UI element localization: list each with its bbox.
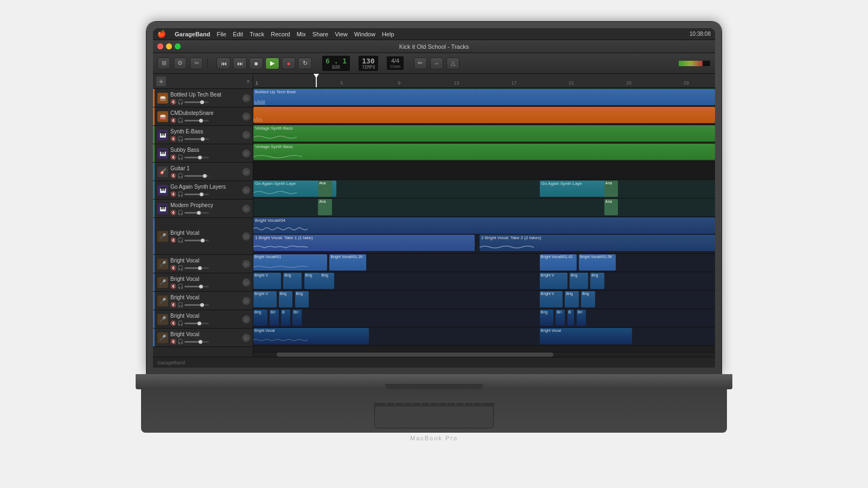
- vocal-sub-clip-7[interactable]: Brig: [590, 273, 604, 289]
- volume-slider[interactable]: [184, 341, 209, 343]
- track-output-btn[interactable]: ▷: [242, 94, 251, 102]
- solo-btn[interactable]: 🎧: [177, 265, 183, 271]
- vocal-clip-e[interactable]: Brig: [565, 291, 579, 307]
- settings-btn[interactable]: ⚙: [174, 57, 187, 69]
- add-track-btn[interactable]: +: [156, 76, 166, 86]
- volume-slider[interactable]: [184, 194, 209, 195]
- solo-btn[interactable]: 🎧: [177, 191, 183, 197]
- mute-btn[interactable]: 🔇: [170, 284, 176, 289]
- vocal-sub-clip-5[interactable]: Bright V: [540, 273, 567, 289]
- vocal0142-clip[interactable]: Bright Vocal#01.42: [540, 254, 577, 271]
- solo-btn[interactable]: 🎧: [177, 302, 183, 307]
- volume-slider[interactable]: [184, 120, 209, 121]
- volume-slider[interactable]: [184, 304, 209, 306]
- solo-btn[interactable]: 🎧: [177, 284, 183, 289]
- vocal-clip-f[interactable]: Brig: [581, 291, 595, 307]
- vocal-frag-5[interactable]: Brig: [540, 310, 554, 326]
- menu-window[interactable]: Window: [354, 31, 375, 37]
- volume-slider[interactable]: [184, 323, 209, 324]
- scrollbar-thumb[interactable]: [277, 352, 554, 357]
- menu-garageband[interactable]: GarageBand: [175, 31, 210, 37]
- volume-slider[interactable]: [184, 267, 209, 269]
- menu-mix[interactable]: Mix: [297, 31, 306, 37]
- vocal-sub-clip-6[interactable]: Brig: [570, 273, 588, 289]
- record-btn[interactable]: ●: [282, 57, 296, 69]
- menu-track[interactable]: Track: [250, 31, 264, 37]
- track-output-btn[interactable]: ▷: [242, 204, 251, 213]
- tempo-display[interactable]: 130 TEMPO: [358, 55, 379, 72]
- vocal-clip-d[interactable]: Bright V: [540, 291, 563, 307]
- analog-clip-2[interactable]: Ana: [604, 181, 618, 197]
- track-output-btn[interactable]: ▷: [242, 232, 251, 241]
- vocal-clip-b[interactable]: Brig: [279, 291, 293, 307]
- vocal0158-clip[interactable]: Bright Vocal#01.58: [579, 254, 616, 271]
- volume-slider[interactable]: [184, 240, 209, 241]
- vocal-frag-6[interactable]: Bri: [556, 310, 565, 326]
- bright-vocal-main-clip[interactable]: Bright Vocal#04: [253, 217, 715, 234]
- analog-clip-1[interactable]: Ana: [318, 181, 332, 197]
- vocal-lane13-clip-2[interactable]: Bright Vocal: [540, 328, 632, 344]
- cycle-btn[interactable]: ↻: [298, 57, 312, 69]
- vocal-frag-1[interactable]: Brig: [253, 310, 267, 326]
- mute-btn[interactable]: 🔇: [170, 210, 176, 215]
- rewind-btn[interactable]: ⏮: [216, 57, 231, 69]
- menu-share[interactable]: Share: [312, 31, 328, 37]
- vocal-sub-clip-4[interactable]: Brig: [320, 273, 334, 289]
- snap-btn[interactable]: △: [446, 57, 459, 69]
- lanes-canvas[interactable]: Bottled Up Tech Beat: [253, 88, 715, 351]
- volume-slider[interactable]: [184, 157, 209, 158]
- track-output-btn[interactable]: ▷: [242, 297, 251, 305]
- take-2-clip[interactable]: 2 Bright Vocal: Take 2 (2 takes): [480, 235, 715, 251]
- timeline-ruler[interactable]: 1 5 9 13 17 21 25 29: [253, 74, 715, 88]
- scissors-btn[interactable]: ✂: [190, 57, 203, 69]
- menu-view[interactable]: View: [335, 31, 348, 37]
- track-output-btn[interactable]: ▷: [242, 186, 251, 195]
- pencil-btn[interactable]: ✏: [414, 57, 427, 69]
- synth-layer-clip-2[interactable]: Go Again Synth Laye: [540, 181, 614, 197]
- mute-btn[interactable]: 🔇: [170, 302, 176, 307]
- volume-slider[interactable]: [184, 175, 209, 177]
- menu-file[interactable]: File: [216, 31, 226, 37]
- vocal-frag-7[interactable]: B: [567, 310, 575, 326]
- track-output-btn[interactable]: ▷: [242, 168, 251, 176]
- mute-btn[interactable]: 🔇: [170, 265, 176, 271]
- vocal-clip-a[interactable]: Bright V: [253, 291, 277, 307]
- mute-btn[interactable]: 🔇: [170, 136, 176, 142]
- track-output-btn[interactable]: ▷: [242, 315, 251, 324]
- solo-btn[interactable]: 🎧: [177, 118, 183, 123]
- track-output-btn[interactable]: ▷: [242, 149, 251, 158]
- h-scrollbar[interactable]: [253, 352, 715, 357]
- track-output-btn[interactable]: ▷: [242, 278, 251, 287]
- mute-btn[interactable]: 🔇: [170, 237, 176, 243]
- snare-clip-full[interactable]: [253, 107, 715, 123]
- solo-btn[interactable]: 🎧: [177, 173, 183, 178]
- minimize-button[interactable]: [166, 43, 172, 49]
- zoom-btn[interactable]: ↔: [430, 57, 443, 69]
- play-btn[interactable]: ▶: [265, 57, 279, 69]
- volume-slider[interactable]: [184, 286, 209, 287]
- bottled-up-clip-full[interactable]: Bottled Up Tech Beat: [253, 89, 715, 105]
- synth-bass-clip[interactable]: Vintage Synth Bass: [253, 125, 715, 142]
- track-output-btn[interactable]: ▷: [242, 260, 251, 268]
- vocal-clip-c[interactable]: Brig: [295, 291, 309, 307]
- solo-btn[interactable]: 🎧: [177, 155, 183, 160]
- mute-btn[interactable]: 🔇: [170, 339, 176, 344]
- solo-btn[interactable]: 🎧: [177, 237, 183, 243]
- vocal-sub-clip-3[interactable]: Brig: [304, 273, 321, 289]
- track-output-btn[interactable]: ▷: [242, 131, 251, 139]
- mute-btn[interactable]: 🔇: [170, 320, 176, 326]
- vocal01-clip[interactable]: Bright Vocal#01: [253, 254, 327, 271]
- vocal-frag-3[interactable]: B: [281, 310, 290, 326]
- vocal-frag-2[interactable]: Bri: [270, 310, 279, 326]
- library-btn[interactable]: ⊞: [157, 57, 170, 69]
- mute-btn[interactable]: 🔇: [170, 118, 176, 123]
- vocal-frag-8[interactable]: Bri: [577, 310, 586, 326]
- volume-slider[interactable]: [184, 101, 209, 103]
- solo-btn[interactable]: 🎧: [177, 99, 183, 105]
- solo-btn[interactable]: 🎧: [177, 339, 183, 344]
- vocal-sub-clip-1[interactable]: Bright V: [253, 273, 281, 289]
- trackpad[interactable]: [374, 406, 494, 428]
- solo-btn[interactable]: 🎧: [177, 210, 183, 215]
- apple-menu[interactable]: 🍎: [157, 30, 166, 38]
- menu-record[interactable]: Record: [271, 31, 290, 37]
